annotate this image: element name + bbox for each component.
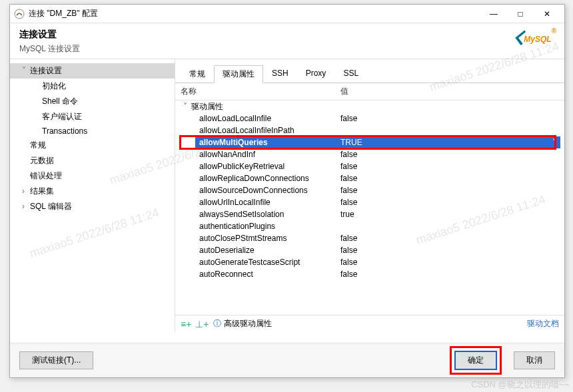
property-row[interactable]: allowSourceDownConnectionsfalse <box>175 184 564 196</box>
add-property-icon-2[interactable]: ⊥+ <box>195 319 209 329</box>
titlebar: 连接 "DM_ZB" 配置 — □ ✕ <box>10 5 564 23</box>
property-row[interactable]: autoClosePStmtStreamsfalse <box>175 232 564 244</box>
property-value[interactable]: false <box>340 270 564 279</box>
minimize-button[interactable]: — <box>480 5 507 23</box>
property-row[interactable]: alwaysSendSetIsolationtrue <box>175 208 564 220</box>
sidebar-item-label: 初始化 <box>42 81 66 91</box>
content-panel: 常规驱动属性SSHProxySSL 名称 值 ˅驱动属性allowLoadLoc… <box>175 59 564 332</box>
property-row[interactable]: autoReconnectfalse <box>175 268 564 280</box>
sidebar-item-label: 错误处理 <box>30 171 62 180</box>
maximize-button[interactable]: □ <box>507 5 534 23</box>
grid-header: 名称 值 <box>175 83 564 100</box>
advanced-label: 高级驱动属性 <box>224 318 272 329</box>
sidebar-item[interactable]: Shell 命令 <box>10 94 175 109</box>
col-name-header: 名称 <box>181 86 340 97</box>
add-property-icon[interactable]: ≡+ <box>181 319 191 329</box>
tab[interactable]: SSH <box>263 65 297 83</box>
property-value[interactable]: false <box>340 258 564 267</box>
sidebar-item-label: 连接设置 <box>30 66 62 75</box>
grid-toolbar: ≡+ ⊥+ ⓘ 高级驱动属性 驱动文档 <box>175 315 564 332</box>
sidebar: ˅连接设置初始化Shell 命令客户端认证Transactions常规元数据错误… <box>10 59 175 332</box>
property-value[interactable]: false <box>340 150 564 159</box>
tab[interactable]: Proxy <box>297 65 335 83</box>
mysql-logo: 𐌂MySQL® <box>513 27 556 49</box>
tab-bar: 常规驱动属性SSHProxySSL <box>175 59 564 83</box>
property-row[interactable]: autoDeserializefalse <box>175 244 564 256</box>
sidebar-item-label: 结果集 <box>30 186 54 196</box>
property-name: allowUrlInLocalInfile <box>199 198 340 207</box>
sidebar-item-label: 元数据 <box>30 156 54 165</box>
property-name: allowLoadLocalInfileInPath <box>199 126 340 135</box>
property-value[interactable]: false <box>340 174 564 183</box>
info-icon: ⓘ <box>213 318 221 329</box>
property-row[interactable]: allowReplicaDownConnectionsfalse <box>175 172 564 184</box>
expand-icon[interactable]: › <box>22 202 30 211</box>
property-value[interactable]: true <box>340 210 564 219</box>
cancel-button[interactable]: 取消 <box>514 351 555 369</box>
test-connection-button[interactable]: 测试链接(T)... <box>19 351 93 369</box>
sidebar-item[interactable]: 客户端认证 <box>10 109 175 124</box>
expand-icon[interactable]: › <box>22 186 30 196</box>
tree-root[interactable]: ˅驱动属性 <box>175 100 564 112</box>
header: 连接设置 MySQL 连接设置 𐌂MySQL® <box>10 23 564 59</box>
driver-docs-link[interactable]: 驱动文档 <box>527 318 559 329</box>
expand-icon[interactable]: ˅ <box>22 66 30 75</box>
property-row[interactable]: authenticationPlugins <box>175 220 564 232</box>
property-name: autoGenerateTestcaseScript <box>199 258 340 267</box>
close-button[interactable]: ✕ <box>534 5 560 23</box>
csdn-watermark: CSDN @晓之以理的喵~~ <box>471 379 569 391</box>
sidebar-item-label: 客户端认证 <box>42 112 82 121</box>
property-value[interactable]: false <box>340 198 564 207</box>
property-value[interactable]: false <box>340 162 564 171</box>
sidebar-item[interactable]: 初始化 <box>10 79 175 94</box>
tab[interactable]: 驱动属性 <box>214 65 263 83</box>
sidebar-item[interactable]: ›SQL 编辑器 <box>10 199 175 214</box>
property-row-highlighted[interactable]: allowMultiQueriesTRUE˅ <box>175 136 564 148</box>
sidebar-item-label: Transactions <box>42 126 87 136</box>
page-title: 连接设置 <box>19 29 555 41</box>
sidebar-item[interactable]: ˅连接设置 <box>10 63 175 79</box>
property-name: autoDeserialize <box>199 246 340 255</box>
property-value[interactable]: false <box>340 234 564 243</box>
property-name: autoClosePStmtStreams <box>199 234 340 243</box>
property-name: allowPublicKeyRetrieval <box>199 162 340 171</box>
ok-highlight: 确定 <box>450 346 502 375</box>
property-name: allowSourceDownConnections <box>199 186 340 195</box>
tab[interactable]: SSL <box>334 65 367 83</box>
property-name: allowReplicaDownConnections <box>199 174 340 183</box>
tab[interactable]: 常规 <box>181 65 214 83</box>
sidebar-item[interactable]: Transactions <box>10 124 175 138</box>
property-name: alwaysSendSetIsolation <box>199 210 340 219</box>
dialog-window: 连接 "DM_ZB" 配置 — □ ✕ 连接设置 MySQL 连接设置 𐌂MyS… <box>9 4 565 378</box>
ok-button[interactable]: 确定 <box>454 351 497 370</box>
property-value-select[interactable]: TRUE <box>340 138 552 147</box>
property-row[interactable]: allowUrlInLocalInfilefalse <box>175 196 564 208</box>
app-icon <box>14 9 25 19</box>
chevron-down-icon[interactable]: ˅ <box>552 138 560 147</box>
property-row[interactable]: allowLoadLocalInfileInPath <box>175 124 564 136</box>
property-row[interactable]: allowNanAndInffalse <box>175 148 564 160</box>
grid-body[interactable]: ˅驱动属性allowLoadLocalInfilefalseallowLoadL… <box>175 100 564 315</box>
svg-point-0 <box>15 9 24 19</box>
property-name: autoReconnect <box>199 270 340 279</box>
property-name: allowLoadLocalInfile <box>199 114 340 123</box>
chevron-down-icon[interactable]: ˅ <box>181 102 190 111</box>
property-row[interactable]: allowPublicKeyRetrievalfalse <box>175 160 564 172</box>
sidebar-item[interactable]: 错误处理 <box>10 168 175 184</box>
property-value[interactable]: false <box>340 114 564 123</box>
property-value[interactable]: false <box>340 186 564 195</box>
sidebar-item[interactable]: 常规 <box>10 138 175 153</box>
property-row[interactable]: autoGenerateTestcaseScriptfalse <box>175 256 564 268</box>
footer: 测试链接(T)... 确定 取消 <box>10 343 564 377</box>
property-value[interactable]: false <box>340 246 564 255</box>
sidebar-item[interactable]: 元数据 <box>10 153 175 168</box>
sidebar-item-label: 常规 <box>30 140 46 150</box>
page-subtitle: MySQL 连接设置 <box>19 43 555 55</box>
sidebar-item[interactable]: ›结果集 <box>10 184 175 199</box>
col-value-header: 值 <box>340 86 348 97</box>
property-row[interactable]: allowLoadLocalInfilefalse <box>175 112 564 124</box>
tree-root-label: 驱动属性 <box>190 101 340 112</box>
sidebar-item-label: Shell 命令 <box>42 97 78 106</box>
property-name: allowMultiQueries <box>195 138 340 147</box>
property-name: allowNanAndInf <box>199 150 340 159</box>
